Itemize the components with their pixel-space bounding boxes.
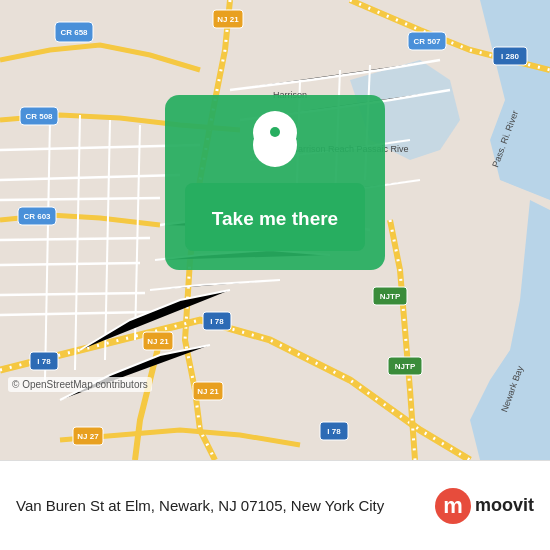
info-bar: Van Buren St at Elm, Newark, NJ 07105, N… xyxy=(0,460,550,550)
shield-cr508: CR 508 xyxy=(25,112,53,121)
moovit-text: moovit xyxy=(475,495,534,516)
svg-point-33 xyxy=(270,127,280,137)
take-me-there-text[interactable]: Take me there xyxy=(212,208,338,229)
shield-i78-left: I 78 xyxy=(37,357,51,366)
shield-cr507: CR 507 xyxy=(413,37,441,46)
shield-njtp-bot: NJTP xyxy=(395,362,416,371)
shield-cr603: CR 603 xyxy=(23,212,51,221)
shield-nj21-mid: NJ 21 xyxy=(147,337,169,346)
shield-cr658: CR 658 xyxy=(60,28,88,37)
moovit-icon: m xyxy=(435,488,471,524)
moovit-logo: m moovit xyxy=(435,488,534,524)
map-attribution: © OpenStreetMap contributors xyxy=(8,377,152,392)
shield-i280: I 280 xyxy=(501,52,519,61)
address-block: Van Buren St at Elm, Newark, NJ 07105, N… xyxy=(16,495,435,516)
shield-njtp-top: NJTP xyxy=(380,292,401,301)
map-container: CR 658 NJ 21 CR 507 I 280 CR 508 CR 603 … xyxy=(0,0,550,460)
shield-i78-right: I 78 xyxy=(327,427,341,436)
address-line: Van Buren St at Elm, Newark, NJ 07105, N… xyxy=(16,495,435,516)
shield-i78-mid: I 78 xyxy=(210,317,224,326)
shield-nj21-low: NJ 21 xyxy=(197,387,219,396)
shield-nj27: NJ 27 xyxy=(77,432,99,441)
shield-nj21-top: NJ 21 xyxy=(217,15,239,24)
